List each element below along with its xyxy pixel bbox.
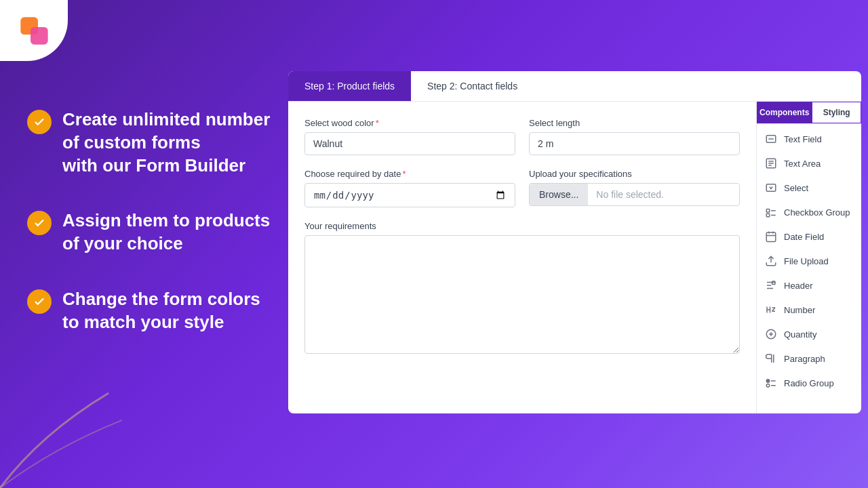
logo-icon bbox=[16, 12, 53, 49]
component-checkbox-group[interactable]: Checkbox Group bbox=[757, 200, 861, 224]
feature-item-3: Change the form colorsto match your styl… bbox=[27, 288, 285, 334]
component-paragraph[interactable]: Paragraph bbox=[757, 346, 861, 371]
component-header[interactable]: Header bbox=[757, 273, 861, 298]
radio-icon bbox=[765, 377, 777, 389]
date-label: Choose required by date* bbox=[304, 169, 515, 179]
file-upload-label: Upload your specifications bbox=[529, 169, 740, 179]
requirements-group: Your requirements bbox=[304, 221, 740, 354]
component-text-area-label: Text Area bbox=[784, 159, 821, 169]
file-upload-control: Browse... No file selected. bbox=[529, 183, 740, 206]
requirements-textarea[interactable] bbox=[304, 235, 740, 354]
components-panel-button[interactable]: Components bbox=[757, 102, 812, 123]
feature-text-2: Assign them to productsof your choice bbox=[62, 209, 270, 256]
svg-rect-8 bbox=[766, 184, 776, 192]
feature-item-1: Create unlimited numberof custom formswi… bbox=[27, 108, 285, 177]
check-icon-1 bbox=[27, 110, 52, 134]
select-icon bbox=[765, 182, 777, 194]
component-quantity[interactable]: Quantity bbox=[757, 322, 861, 346]
paragraph-icon bbox=[765, 352, 777, 365]
svg-rect-1 bbox=[31, 27, 48, 45]
feature-item-2: Assign them to productsof your choice bbox=[27, 209, 285, 256]
required-marker-2: * bbox=[402, 169, 406, 179]
form-row-2: Choose required by date* Upload your spe… bbox=[304, 169, 740, 207]
date-input[interactable] bbox=[304, 183, 515, 207]
component-number-label: Number bbox=[784, 305, 815, 315]
tab-contact-fields[interactable]: Step 2: Contact fields bbox=[411, 71, 534, 101]
component-file-upload[interactable]: File Upload bbox=[757, 249, 861, 273]
select-length-label: Select length bbox=[529, 118, 740, 128]
form-row-1: Select wood color* Select length bbox=[304, 118, 740, 155]
browse-button[interactable]: Browse... bbox=[530, 184, 588, 205]
component-header-label: Header bbox=[784, 281, 813, 291]
file-upload-group-container: Upload your specifications Browse... No … bbox=[529, 169, 740, 207]
svg-point-33 bbox=[766, 384, 770, 388]
tabs-container: Step 1: Product fields Step 2: Contact f… bbox=[288, 71, 861, 102]
component-list: Text Field Text Area bbox=[757, 124, 861, 413]
checkbox-icon bbox=[765, 206, 777, 218]
components-panel: Components Styling Text Field bbox=[756, 102, 861, 413]
features-list: Create unlimited numberof custom formswi… bbox=[27, 108, 285, 367]
component-radio-group[interactable]: Radio Group bbox=[757, 371, 861, 395]
feature-text-1: Create unlimited numberof custom formswi… bbox=[62, 108, 270, 177]
svg-rect-9 bbox=[766, 209, 770, 213]
check-icon-2 bbox=[27, 211, 52, 235]
feature-text-3: Change the form colorsto match your styl… bbox=[62, 288, 260, 334]
required-marker-1: * bbox=[376, 118, 379, 128]
svg-rect-11 bbox=[766, 214, 770, 217]
component-number[interactable]: Number bbox=[757, 298, 861, 322]
requirements-label: Your requirements bbox=[304, 221, 740, 231]
form-area: Select wood color* Select length Choose … bbox=[288, 102, 756, 413]
wood-color-label: Select wood color* bbox=[304, 118, 515, 128]
component-paragraph-label: Paragraph bbox=[784, 354, 825, 364]
component-quantity-label: Quantity bbox=[784, 329, 816, 340]
content-area: Select wood color* Select length Choose … bbox=[288, 102, 861, 413]
wood-color-input[interactable] bbox=[304, 132, 515, 155]
form-row-3: Your requirements bbox=[304, 221, 740, 354]
date-group: Choose required by date* bbox=[304, 169, 515, 207]
component-date-field[interactable]: Date Field bbox=[757, 224, 861, 249]
main-panel: Step 1: Product fields Step 2: Contact f… bbox=[288, 71, 861, 413]
component-text-field[interactable]: Text Field bbox=[757, 127, 861, 151]
component-checkbox-label: Checkbox Group bbox=[784, 207, 850, 218]
component-radio-label: Radio Group bbox=[784, 378, 834, 388]
component-text-area[interactable]: Text Area bbox=[757, 151, 861, 176]
check-icon-3 bbox=[27, 289, 52, 314]
component-file-label: File Upload bbox=[784, 256, 829, 266]
wood-color-group: Select wood color* bbox=[304, 118, 515, 155]
quantity-icon bbox=[765, 328, 777, 340]
decorative-curve bbox=[0, 380, 122, 488]
svg-rect-13 bbox=[766, 232, 776, 242]
number-icon bbox=[765, 304, 777, 316]
svg-line-23 bbox=[772, 308, 776, 311]
file-upload-icon bbox=[765, 255, 777, 267]
panel-buttons: Components Styling bbox=[757, 102, 861, 124]
component-text-field-label: Text Field bbox=[784, 134, 822, 144]
styling-panel-button[interactable]: Styling bbox=[812, 102, 861, 123]
tab-product-fields[interactable]: Step 1: Product fields bbox=[288, 71, 411, 101]
svg-point-31 bbox=[767, 380, 768, 382]
component-select[interactable]: Select bbox=[757, 176, 861, 200]
header-icon bbox=[765, 279, 777, 291]
text-field-icon bbox=[765, 133, 777, 145]
text-area-icon bbox=[765, 157, 777, 169]
component-date-label: Date Field bbox=[784, 232, 824, 242]
select-length-input[interactable] bbox=[529, 132, 740, 155]
date-icon bbox=[765, 230, 777, 243]
component-select-label: Select bbox=[784, 183, 808, 193]
file-name-display: No file selected. bbox=[588, 184, 739, 205]
select-length-group: Select length bbox=[529, 118, 740, 155]
